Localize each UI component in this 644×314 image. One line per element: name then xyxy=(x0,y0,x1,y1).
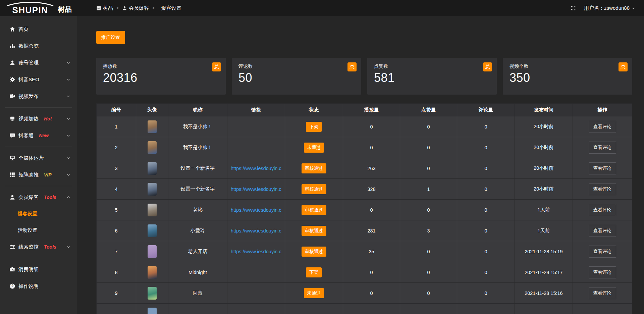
sidebar-item-label: 视频加热 xyxy=(18,116,39,122)
sidebar-item-video-publish[interactable]: 视频发布 xyxy=(0,88,77,105)
table-row: 3设置一个新名字https://www.iesdouyin.c审核通过26300… xyxy=(97,158,632,179)
view-comments-button[interactable]: 查看评论 xyxy=(589,142,616,154)
sidebar-subitem-label: 活动设置 xyxy=(18,227,37,233)
sidebar-subitem-baoke-settings[interactable]: 爆客设置 xyxy=(0,206,77,222)
stat-card-value: 581 xyxy=(374,71,490,85)
sidebar-item-tag: New xyxy=(39,133,49,138)
sidebar-item-label: 数据总览 xyxy=(18,43,39,49)
breadcrumb-item-baoke-settings[interactable]: 爆客设置 xyxy=(161,5,181,11)
promo-settings-button[interactable]: 推广设置 xyxy=(96,31,125,44)
stat-card-label: 播放数 xyxy=(103,63,219,69)
video-link[interactable]: https://www.iesdouyin.c xyxy=(231,166,281,171)
cell-link: https://www.iesdouyin.c xyxy=(227,220,285,241)
avatar xyxy=(148,183,157,196)
breadcrumb-item-shupin[interactable]: 树品 xyxy=(96,5,113,11)
sidebar-item-label: 抖客通 xyxy=(18,133,34,139)
user-menu[interactable]: 用户名：zswodun88 xyxy=(584,5,635,11)
cell-status: 未通过 xyxy=(285,137,343,158)
sidebar-item-operation-guide[interactable]: ?操作说明 xyxy=(0,278,77,295)
avatar xyxy=(148,266,157,279)
stat-card-videos-total: 视频个数350总 xyxy=(503,58,632,95)
sidebar-item-member-baoke[interactable]: 会员爆客Tools xyxy=(0,189,77,206)
cell-avatar xyxy=(136,220,168,241)
sidebar-item-matrix-boost[interactable]: 矩阵助推VIP xyxy=(0,166,77,183)
view-comments-button[interactable]: 查看评论 xyxy=(589,204,616,216)
cell-comments: 0 xyxy=(457,220,515,241)
cell-plays: 263 xyxy=(343,158,400,179)
table-row: 5老彬https://www.iesdouyin.c审核通过0001天前查看评论 xyxy=(97,200,632,220)
cell-likes: 3 xyxy=(400,220,457,241)
sidebar-item-douyin-seo[interactable]: 抖音SEO xyxy=(0,71,77,88)
sidebar-item-consumption-detail[interactable]: 消费明细 xyxy=(0,261,77,278)
cell-link xyxy=(227,304,285,314)
cell-id: 5 xyxy=(97,200,136,220)
cell-plays: 35 xyxy=(343,241,400,262)
gear-icon xyxy=(9,76,15,83)
cell-nickname: 阿慧 xyxy=(168,283,227,304)
app-logo: SHUPIN 树品 xyxy=(0,0,77,16)
chevron-down-icon xyxy=(66,61,70,65)
sidebar-item-label: 会员爆客 xyxy=(18,194,39,201)
sidebar-item-all-media-operation[interactable]: 全媒体运营 xyxy=(0,150,77,166)
status-badge: 未通过 xyxy=(304,288,324,298)
header-right: 用户名：zswodun88 xyxy=(571,5,644,11)
window-icon xyxy=(96,6,101,11)
chevron-down-icon xyxy=(66,134,70,138)
sidebar-item-clue-monitor[interactable]: 线索监控Tools xyxy=(0,239,77,255)
sidebar-item-video-heating[interactable]: 视频加热Hot xyxy=(0,110,77,127)
sidebar-item-home[interactable]: 首页 xyxy=(0,21,77,38)
chevron-down-icon xyxy=(66,117,70,121)
cell-time: 1天前 xyxy=(515,200,573,220)
sidebar-item-label: 视频发布 xyxy=(18,93,39,100)
cell-avatar xyxy=(136,137,168,158)
sidebar-item-tag: Tools xyxy=(44,195,56,200)
cell-action: 查看评论 xyxy=(573,158,632,179)
cell-nickname: 我不是小帅！ xyxy=(168,137,227,158)
cell-likes: 0 xyxy=(400,262,457,283)
view-comments-button[interactable]: 查看评论 xyxy=(589,266,616,278)
cell-status xyxy=(285,304,343,314)
cell-nickname: 老人开店 xyxy=(168,241,227,262)
cell-likes xyxy=(400,304,457,314)
avatar xyxy=(148,204,157,216)
table-row: 6小爱玲https://www.iesdouyin.c审核通过281301天前查… xyxy=(97,220,632,241)
table-row: 8Midnight下架0002021-11-28 15:17查看评论 xyxy=(97,262,632,283)
fullscreen-icon[interactable] xyxy=(571,5,576,11)
cell-plays: 328 xyxy=(343,179,400,200)
video-link[interactable]: https://www.iesdouyin.c xyxy=(231,249,281,254)
cell-time: 1天前 xyxy=(515,220,573,241)
cell-status: 审核通过 xyxy=(285,241,343,262)
view-comments-button[interactable]: 查看评论 xyxy=(589,246,616,258)
cell-nickname: 设置一个新名字 xyxy=(168,158,227,179)
view-comments-button[interactable]: 查看评论 xyxy=(589,162,616,174)
sidebar-item-douketong[interactable]: 抖客通New xyxy=(0,127,77,144)
cell-link xyxy=(227,116,285,137)
video-link[interactable]: https://www.iesdouyin.c xyxy=(231,187,281,192)
cell-avatar xyxy=(136,283,168,304)
stat-card-label: 视频个数 xyxy=(509,63,626,69)
cell-comments: 0 xyxy=(457,200,515,220)
cell-id: 1 xyxy=(97,116,136,137)
view-comments-button[interactable]: 查看评论 xyxy=(589,121,616,133)
breadcrumb-item-member-baoke[interactable]: 会员爆客 xyxy=(122,5,149,11)
stat-cards: 播放数20316总评论数50总点赞数581总视频个数350总 xyxy=(96,58,632,95)
video-link[interactable]: https://www.iesdouyin.c xyxy=(231,207,281,213)
cell-plays xyxy=(343,304,400,314)
sidebar-item-data-overview[interactable]: 数据总览 xyxy=(0,38,77,54)
cell-time: 20小时前 xyxy=(515,158,573,179)
sidebar-item-account-management[interactable]: 账号管理 xyxy=(0,54,77,71)
sidebar-item-label: 首页 xyxy=(18,26,29,33)
column-header: 发布时间 xyxy=(515,104,573,116)
cell-time: 20小时前 xyxy=(515,137,573,158)
cell-link xyxy=(227,262,285,283)
status-badge: 下架 xyxy=(306,122,322,132)
view-comments-button[interactable]: 查看评论 xyxy=(589,225,616,237)
stat-card-label: 评论数 xyxy=(238,63,355,69)
stat-card-plays-total: 播放数20316总 xyxy=(96,58,226,95)
view-comments-button[interactable]: 查看评论 xyxy=(589,287,616,299)
cell-nickname: Midnight xyxy=(168,262,227,283)
video-link[interactable]: https://www.iesdouyin.c xyxy=(231,228,281,233)
table-row: 2我不是小帅！未通过00020小时前查看评论 xyxy=(97,137,632,158)
view-comments-button[interactable]: 查看评论 xyxy=(589,183,616,195)
sidebar-subitem-activity-settings[interactable]: 活动设置 xyxy=(0,222,77,239)
